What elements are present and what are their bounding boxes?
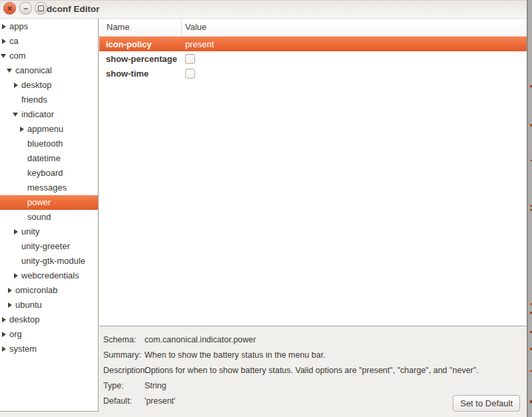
tree-item-label: org (9, 327, 22, 342)
detail-label: Schema: (103, 332, 144, 348)
table-row-show-time[interactable]: show-time (99, 66, 527, 81)
expander-icon[interactable] (1, 34, 9, 49)
tree-item-label: sound (27, 210, 51, 224)
tree-item-org[interactable]: org (0, 327, 98, 342)
expander-icon[interactable] (1, 342, 9, 356)
tree-item-system[interactable]: system (0, 342, 98, 356)
tree-item-label: canonical (15, 63, 52, 78)
tree-item-label: desktop (9, 312, 40, 327)
key-name: icon-policy (99, 39, 182, 49)
maximize-icon[interactable] (35, 2, 47, 15)
tree-item-webcredentials[interactable]: webcredentials (0, 268, 98, 283)
tree-item-keyboard[interactable]: keyboard (0, 166, 98, 181)
expander-icon[interactable] (13, 268, 21, 283)
tree-item-label: system (9, 342, 37, 356)
tree-item-label: power (27, 195, 51, 210)
expander-icon (19, 166, 27, 181)
tree-item-unity[interactable]: unity (0, 224, 98, 239)
expander-icon[interactable] (1, 312, 9, 327)
tree-item-indicator[interactable]: indicator (0, 107, 98, 122)
expander-icon[interactable] (1, 49, 9, 63)
checkbox-show-percentage[interactable] (185, 54, 195, 64)
tree-item-label: unity (21, 224, 39, 239)
key-details-panel: Schema: com.canonical.indicator.power Su… (99, 327, 527, 417)
expander-icon[interactable] (19, 122, 27, 137)
tree-item-apps[interactable]: apps (0, 19, 98, 34)
keys-pane: Name Value icon-policy present show-perc… (99, 19, 527, 326)
tree-item-label: ca (9, 34, 19, 49)
expander-icon[interactable] (13, 107, 21, 122)
tree-item-canonical[interactable]: canonical (0, 63, 98, 78)
detail-row-schema: Schema: com.canonical.indicator.power (103, 332, 527, 348)
desktop-edge-strip (527, 0, 532, 417)
detail-label: Summary: (103, 348, 144, 363)
expander-icon (13, 254, 21, 268)
detail-row-type: Type: String (103, 378, 527, 394)
expander-icon[interactable] (1, 19, 9, 34)
key-value: present (182, 39, 527, 49)
key-value (182, 69, 527, 79)
tree-item-datetime[interactable]: datetime (0, 151, 98, 166)
expander-icon (19, 195, 27, 210)
tree-item-com[interactable]: com (0, 49, 98, 63)
column-header-value[interactable]: Value (182, 19, 527, 36)
tree-item-label: apps (9, 19, 28, 34)
tree-item-unity-gtk-module[interactable]: unity-gtk-module (0, 254, 98, 268)
table-row-icon-policy[interactable]: icon-policy present (99, 37, 527, 51)
tree-item-desktop[interactable]: desktop (0, 312, 98, 327)
tree-item-desktop[interactable]: desktop (0, 78, 98, 93)
table-row-show-percentage[interactable]: show-percentage (99, 51, 527, 66)
detail-row-summary: Summary: When to show the battery status… (103, 348, 527, 363)
set-to-default-button[interactable]: Set to Default (453, 395, 520, 412)
detail-value: Options for when to show battery status.… (144, 363, 527, 378)
detail-label: Default: (103, 394, 144, 409)
key-name: show-percentage (99, 54, 182, 64)
expander-icon[interactable] (7, 298, 15, 312)
detail-value: com.canonical.indicator.power (144, 332, 527, 348)
expander-icon (13, 93, 21, 107)
tree-item-label: webcredentials (21, 268, 79, 283)
expander-icon[interactable] (7, 63, 15, 78)
tree-item-bluetooth[interactable]: bluetooth (0, 137, 98, 151)
tree-item-label: friends (21, 93, 47, 107)
schema-tree: apps ca com canonical desktop friends in… (0, 19, 99, 412)
tree-item-label: bluetooth (27, 137, 63, 151)
tree-item-label: com (9, 49, 26, 63)
minimize-icon[interactable]: − (19, 2, 32, 15)
checkbox-show-time[interactable] (185, 69, 195, 79)
tree-item-messages[interactable]: messages (0, 181, 98, 195)
maximize-glyph (38, 5, 44, 11)
expander-icon (19, 151, 27, 166)
tree-item-omicronlab[interactable]: omicronlab (0, 283, 98, 298)
tree-item-unity-greeter[interactable]: unity-greeter (0, 239, 98, 254)
tree-item-appmenu[interactable]: appmenu (0, 122, 98, 137)
tree-item-label: ubuntu (15, 298, 42, 312)
tree-item-label: desktop (21, 78, 52, 93)
expander-icon (19, 137, 27, 151)
detail-value: String (144, 378, 527, 394)
column-header-name[interactable]: Name (99, 19, 182, 36)
expander-icon[interactable] (7, 283, 15, 298)
titlebar: × − dconf Editor (0, 0, 527, 19)
tree-item-power[interactable]: power (0, 195, 98, 210)
detail-label: Type: (103, 378, 144, 394)
tree-item-label: indicator (21, 107, 54, 122)
tree-item-friends[interactable]: friends (0, 93, 98, 107)
window-title: dconf Editor (47, 0, 100, 18)
expander-icon[interactable] (13, 224, 21, 239)
tree-item-ubuntu[interactable]: ubuntu (0, 298, 98, 312)
detail-value: When to show the battery status in the m… (144, 348, 527, 363)
tree-item-sound[interactable]: sound (0, 210, 98, 224)
tree-item-label: datetime (27, 151, 61, 166)
tree-item-label: unity-greeter (21, 239, 70, 254)
expander-icon (19, 210, 27, 224)
key-value (182, 54, 527, 64)
tree-item-ca[interactable]: ca (0, 34, 98, 49)
key-name: show-time (99, 69, 182, 79)
tree-item-label: appmenu (27, 122, 63, 137)
expander-icon[interactable] (1, 327, 9, 342)
expander-icon[interactable] (13, 78, 21, 93)
expander-icon (13, 239, 21, 254)
tree-item-label: unity-gtk-module (21, 254, 85, 268)
close-icon[interactable]: × (3, 2, 16, 15)
